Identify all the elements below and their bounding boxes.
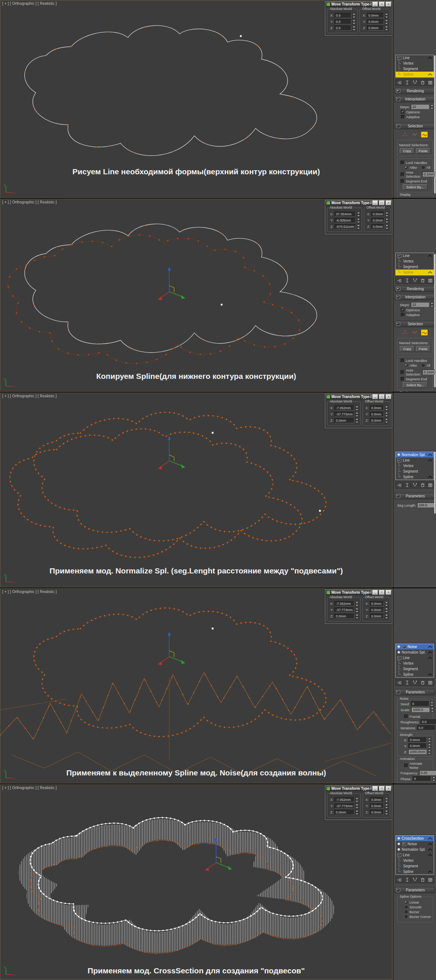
sidebar-scrollbar[interactable] (434, 452, 436, 514)
spinner[interactable] (385, 797, 388, 802)
optimize-checkbox[interactable] (401, 110, 405, 114)
spinner[interactable] (355, 810, 359, 815)
rollout-header[interactable]: Interpolation (394, 294, 435, 300)
stack-subitem-spline[interactable]: Spline (396, 672, 434, 677)
stack-item-line[interactable]: Line (396, 852, 434, 858)
spinner[interactable] (428, 743, 431, 748)
stack-item-line[interactable]: Line (396, 253, 434, 258)
all-radio[interactable] (421, 165, 425, 170)
expand-icon[interactable] (402, 645, 406, 649)
absolute-y-field[interactable]: -37.773mm (334, 412, 355, 417)
noise-spline[interactable] (0, 672, 391, 776)
configure-modifier-sets-icon[interactable] (428, 680, 433, 685)
pin-stack-icon[interactable] (397, 877, 402, 882)
close-icon[interactable]: × (386, 395, 391, 399)
minimize-icon[interactable]: _ (372, 590, 378, 595)
minimize-icon[interactable]: _ (372, 395, 378, 399)
selected-vertex-dot[interactable] (212, 628, 214, 630)
copy-button[interactable]: Copy (400, 148, 415, 154)
modifier-on-icon[interactable] (398, 848, 400, 851)
offset-y-field[interactable]: 0.0mm (370, 608, 384, 612)
spinner[interactable] (385, 803, 388, 809)
stack-subitem-spline[interactable]: Spline (396, 72, 434, 77)
offset-y-field[interactable]: 0.0mm (370, 803, 384, 809)
spinner[interactable] (385, 13, 388, 18)
collapse-icon[interactable] (398, 853, 401, 857)
spinner[interactable] (431, 707, 434, 712)
dialog-titlebar[interactable]: Move Transform Type-In _ □ × (325, 200, 392, 205)
stack-subitem-segment[interactable]: Segment (396, 666, 434, 672)
offset-x-field[interactable]: 0.0mm (371, 212, 385, 217)
pin-stack-icon[interactable] (397, 483, 402, 487)
rollout-header[interactable]: Parameters (394, 887, 435, 893)
spinner[interactable] (353, 13, 356, 18)
spinner[interactable] (355, 614, 359, 619)
expand-icon[interactable] (402, 842, 406, 846)
stack-item-normalize-spline[interactable]: Normalize Spl. (396, 847, 434, 852)
maximize-icon[interactable]: □ (379, 200, 385, 205)
vertex-subobject-icon[interactable] (402, 329, 408, 335)
collapse-icon[interactable] (398, 56, 401, 60)
spinner[interactable] (385, 614, 388, 619)
rollout-header[interactable]: Selection (394, 123, 435, 129)
maximize-icon[interactable]: □ (379, 786, 385, 791)
spline-subobject-icon[interactable] (421, 132, 428, 138)
stack-subitem-segment[interactable]: Segment (396, 469, 434, 474)
collapse-icon[interactable] (398, 254, 401, 258)
spinner[interactable] (357, 224, 360, 229)
modifier-on-icon[interactable] (398, 837, 400, 840)
viewport-3[interactable]: [ + ] [ Orthographic ] [ Realistic ] При… (0, 393, 392, 587)
lock-handles-checkbox[interactable] (401, 161, 405, 165)
spinner[interactable] (385, 601, 388, 606)
spinner[interactable] (353, 25, 356, 31)
sidebar-scrollbar[interactable] (434, 254, 436, 387)
segment-end-checkbox[interactable] (401, 377, 405, 381)
absolute-z-field[interactable]: 0.0mm (334, 418, 355, 423)
phase-field[interactable]: 0 (413, 776, 431, 781)
optimize-checkbox[interactable] (401, 308, 405, 312)
configure-modifier-sets-icon[interactable] (428, 80, 433, 85)
close-icon[interactable]: × (386, 590, 391, 595)
selected-vertex-dot[interactable] (212, 432, 214, 434)
spinner[interactable] (357, 212, 360, 217)
roughness-field[interactable]: 0.0 (420, 719, 436, 724)
absolute-z-field[interactable]: 0.0mm (334, 810, 355, 815)
select-by-button[interactable]: Select By... (403, 382, 428, 388)
spinner[interactable] (428, 749, 431, 754)
absolute-x-field[interactable]: 0.0 (334, 13, 351, 18)
stack-item-noise[interactable]: Noise (396, 644, 434, 649)
remove-modifier-icon[interactable] (420, 80, 425, 85)
copy-button[interactable]: Copy (400, 346, 415, 352)
spinner[interactable] (357, 218, 360, 223)
stack-subitem-segment[interactable]: Segment (396, 264, 434, 270)
animate-noise-checkbox[interactable] (404, 764, 408, 768)
modifier-on-icon[interactable] (398, 651, 400, 654)
spinner[interactable] (355, 406, 359, 410)
rollout-header[interactable]: Rendering (394, 88, 435, 94)
fractal-checkbox[interactable] (404, 714, 408, 719)
stack-subitem-vertex[interactable]: Vertex (396, 258, 434, 264)
viewport-label[interactable]: [ + ] [ Orthographic ] [ Realistic ] (2, 590, 57, 594)
dialog-titlebar[interactable]: Move Transform Type-In _ □ × (325, 394, 392, 399)
stack-subitem-spline[interactable]: Spline (396, 474, 434, 480)
spinner[interactable] (385, 412, 388, 417)
show-end-result-icon[interactable] (405, 877, 409, 882)
strength-y-field[interactable]: 0.0mm (408, 743, 427, 748)
segment-subobject-icon[interactable] (411, 132, 417, 137)
iterations-field[interactable]: 6.0 (417, 725, 436, 730)
absolute-y-field[interactable]: 0.0 (334, 19, 351, 24)
dialog-titlebar[interactable]: Move Transform Type-In _ □ × (325, 786, 392, 791)
selected-vertex-dot[interactable] (319, 510, 321, 512)
segment-subobject-icon[interactable] (411, 329, 417, 335)
dialog-titlebar[interactable]: Move Transform Type-In _ □ × (325, 2, 392, 6)
make-unique-icon[interactable] (412, 877, 417, 882)
show-end-result-icon[interactable] (405, 80, 409, 85)
spinner[interactable] (385, 25, 388, 31)
make-unique-icon[interactable] (412, 278, 417, 283)
make-unique-icon[interactable] (412, 680, 417, 685)
remove-modifier-icon[interactable] (420, 680, 425, 685)
strength-x-field[interactable]: 0.0mm (408, 737, 427, 743)
modifier-on-icon[interactable] (398, 646, 400, 648)
absolute-y-field[interactable]: -37.773mm (334, 608, 355, 612)
adaptive-checkbox[interactable] (401, 115, 405, 119)
